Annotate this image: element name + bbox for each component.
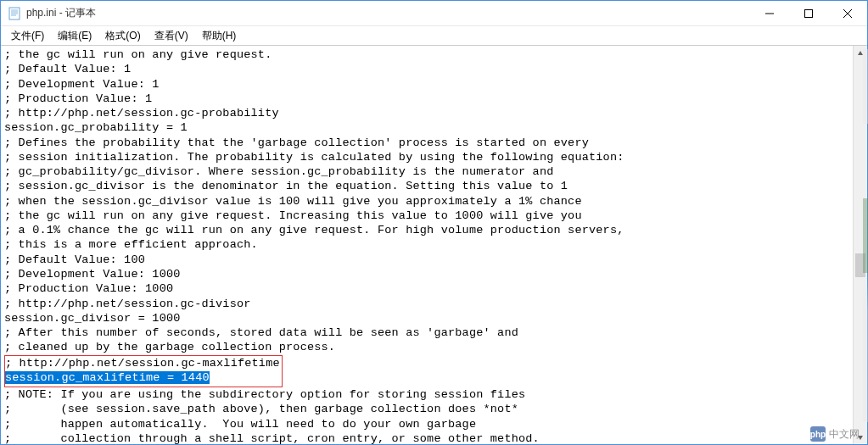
window-title: php.ini - 记事本 xyxy=(26,6,750,20)
titlebar[interactable]: php.ini - 记事本 xyxy=(1,1,867,26)
text-line: ; cleaned up by the garbage collection p… xyxy=(4,340,849,354)
minimize-button[interactable] xyxy=(750,1,789,25)
text-line: ; session.gc_divisor is the denominator … xyxy=(4,179,849,193)
text-line: ; happen automatically. You will need to… xyxy=(4,417,849,431)
content-area: ; the gc will run on any give request.; … xyxy=(1,45,867,444)
menu-format[interactable]: 格式(O) xyxy=(98,27,147,45)
text-line: ; a 0.1% chance the gc will run on any g… xyxy=(4,223,849,237)
text-line: ; Development Value: 1 xyxy=(4,77,849,92)
notepad-window: php.ini - 记事本 文件(F) 编辑(E) 格式(O) 查看(V) 帮助… xyxy=(0,0,868,445)
scroll-track[interactable] xyxy=(854,60,867,430)
svg-marker-9 xyxy=(858,51,863,55)
text-line: ; gc_probability/gc_divisor. Where sessi… xyxy=(4,164,849,179)
text-editor[interactable]: ; the gc will run on any give request.; … xyxy=(1,46,853,444)
text-line: ; this is a more efficient approach. xyxy=(4,237,849,252)
text-line: ; (see session.save_path above), then ga… xyxy=(4,402,849,416)
text-line: ; collection through a shell script, cro… xyxy=(4,431,849,444)
menu-help[interactable]: 帮助(H) xyxy=(195,27,244,45)
text-line: ; Development Value: 1000 xyxy=(4,267,849,281)
window-controls xyxy=(750,1,867,25)
scroll-up-button[interactable] xyxy=(854,46,867,60)
text-line: ; the gc will run on any give request. xyxy=(4,47,849,62)
text-line: ; After this number of seconds, stored d… xyxy=(4,325,849,340)
scroll-down-button[interactable] xyxy=(854,430,867,444)
text-line: ; http://php.net/session.gc-probability xyxy=(4,106,849,120)
maximize-button[interactable] xyxy=(789,1,828,25)
text-line: ; when the session.gc_divisor value is 1… xyxy=(4,194,849,209)
vertical-scrollbar[interactable] xyxy=(853,46,867,444)
text-line: ; Default Value: 1 xyxy=(4,62,849,76)
svg-marker-10 xyxy=(858,436,863,440)
menu-file[interactable]: 文件(F) xyxy=(4,27,51,45)
menu-edit[interactable]: 编辑(E) xyxy=(51,27,98,45)
text-line: ; Production Value: 1000 xyxy=(4,281,849,296)
text-line-selected: session.gc_maxlifetime = 1440 xyxy=(5,370,280,385)
scroll-thumb[interactable] xyxy=(855,253,865,277)
menubar: 文件(F) 编辑(E) 格式(O) 查看(V) 帮助(H) xyxy=(1,26,867,45)
menu-view[interactable]: 查看(V) xyxy=(148,27,195,45)
text-line: ; the gc will run on any give request. I… xyxy=(4,209,849,223)
text-line: ; http://php.net/session.gc-maxlifetime xyxy=(5,356,280,370)
text-line: ; session initialization. The probabilit… xyxy=(4,150,849,164)
text-line: session.gc_probability = 1 xyxy=(4,120,849,135)
highlight-box: ; http://php.net/session.gc-maxlifetimes… xyxy=(4,355,283,388)
svg-rect-6 xyxy=(805,9,813,17)
text-line: ; Production Value: 1 xyxy=(4,92,849,106)
close-button[interactable] xyxy=(828,1,867,25)
text-line: session.gc_divisor = 1000 xyxy=(4,311,849,325)
text-line: ; Defines the probability that the 'garb… xyxy=(4,136,849,150)
text-line: ; NOTE: If you are using the subdirector… xyxy=(4,387,849,402)
text-line: ; Default Value: 100 xyxy=(4,253,849,267)
app-icon xyxy=(8,7,21,20)
text-line: ; http://php.net/session.gc-divisor xyxy=(4,297,849,311)
